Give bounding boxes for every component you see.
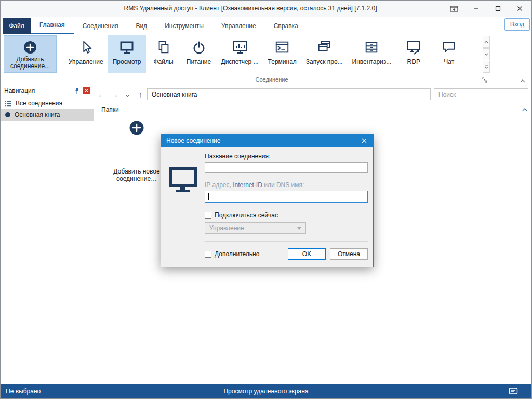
terminal-icon (274, 39, 290, 56)
group-divider (123, 110, 518, 110)
collapse-ribbon-icon[interactable] (520, 77, 525, 84)
tab-view[interactable]: Вид (127, 18, 156, 34)
ribbon-group-label: Соединение (62, 76, 482, 83)
monitor-icon (118, 39, 135, 56)
history-dropdown-icon[interactable] (121, 90, 134, 99)
sidebar-item-label: Основная книга (15, 111, 60, 118)
close-button[interactable] (509, 1, 530, 17)
dialog-body: Название соединения: IP адрес, Internet-… (161, 147, 373, 267)
group-collapse-icon[interactable] (522, 108, 527, 111)
chat-icon (441, 39, 457, 56)
tray-window-icon[interactable] (443, 1, 465, 17)
search-input[interactable] (434, 88, 528, 100)
ribbon-button-manage[interactable]: Управление (64, 35, 108, 73)
ribbon-scroll-down-icon[interactable] (483, 48, 490, 60)
status-bar: Не выбрано Просмотр удаленного экрана (1, 384, 531, 398)
back-icon[interactable]: ← (95, 90, 108, 99)
add-connection-tile[interactable]: Добавить новое соединение… (107, 115, 167, 182)
address-hint-suffix: или DNS имя: (262, 181, 304, 189)
ribbon-button-label: Запуск про... (306, 58, 343, 65)
navigation-panel-title: Навигация (4, 87, 74, 95)
power-icon (191, 39, 207, 56)
ribbon-scroll-up-icon[interactable] (483, 36, 490, 48)
dialog-title-bar[interactable]: Новое соединение (161, 135, 373, 147)
sidebar-item-all-connections[interactable]: Все соединения (1, 98, 94, 109)
ribbon-button-chat[interactable]: Чат (431, 35, 467, 73)
status-mode-text: Просмотр удаленного экрана (1, 384, 531, 398)
cancel-button[interactable]: Отмена (330, 248, 368, 260)
tab-home[interactable]: Главная (31, 17, 74, 34)
sidebar-item-main-book[interactable]: Основная книга (1, 109, 94, 121)
ribbon-buttons: Управление Просмотр Файлы (64, 35, 467, 73)
ribbon-button-power[interactable]: Питание (181, 35, 217, 73)
ribbon-button-task-manager[interactable]: Диспетчер ... (217, 35, 263, 73)
dialog-title: Новое соединение (166, 137, 221, 144)
ribbon-button-label: Питание (187, 58, 211, 65)
pin-icon[interactable] (74, 88, 80, 94)
minimize-button[interactable] (465, 1, 487, 17)
ribbon-button-label: Управление (69, 58, 103, 65)
address-hint-prefix: IP адрес, (205, 181, 233, 189)
up-icon[interactable]: ↑ (134, 90, 147, 99)
sidebar-item-label: Все соединения (16, 100, 62, 107)
maximize-button[interactable] (487, 1, 509, 17)
chevron-down-icon (297, 227, 301, 230)
ribbon-button-files[interactable]: Файлы (146, 35, 181, 73)
text-caret (208, 193, 209, 200)
connection-name-input[interactable] (205, 162, 368, 173)
add-connection-button[interactable]: Добавить соединение... (4, 35, 57, 73)
ribbon-button-run-program[interactable]: Запуск про... (301, 35, 348, 73)
tab-help[interactable]: Справка (265, 18, 307, 34)
connection-name-label: Название соединения: (205, 153, 368, 160)
connections-list-icon (5, 100, 12, 107)
login-button[interactable]: Вход (504, 18, 530, 31)
panel-close-icon[interactable] (83, 87, 90, 94)
ribbon-button-label: Файлы (153, 58, 173, 65)
advanced-checkbox[interactable] (205, 251, 211, 258)
address-hint-label: IP адрес, Internet-ID или DNS имя: (205, 181, 368, 189)
navigation-panel: Навигация Все соединения Основная книга (1, 84, 94, 384)
files-icon (156, 39, 171, 56)
ribbon-button-label: Диспетчер ... (221, 58, 259, 65)
ribbon-button-label: Чат (444, 58, 454, 65)
rdp-icon (405, 39, 422, 56)
tab-connections[interactable]: Соединения (74, 18, 127, 34)
internet-id-link[interactable]: Internet-ID (233, 181, 262, 189)
advanced-label: Дополнительно (215, 250, 259, 258)
dialog-separator (205, 241, 368, 242)
cursor-icon (78, 39, 94, 56)
tab-tools[interactable]: Инструменты (156, 18, 212, 34)
add-connection-tile-card (107, 115, 167, 168)
ribbon-button-rdp[interactable]: RDP (396, 35, 431, 73)
navigation-panel-header: Навигация (1, 84, 94, 98)
address-input[interactable] (147, 88, 431, 100)
window-controls (443, 1, 530, 17)
mode-select-value: Управление (209, 224, 244, 232)
ribbon-button-label: Инвентариз... (352, 58, 392, 65)
tab-management[interactable]: Управление (212, 18, 265, 34)
connect-now-checkbox[interactable] (205, 212, 211, 219)
connect-now-label: Подключиться сейчас (215, 211, 278, 219)
log-icon[interactable] (509, 387, 518, 397)
ribbon-button-view[interactable]: Просмотр (108, 35, 146, 73)
cascade-icon (316, 39, 332, 56)
dialog-launcher-icon[interactable] (482, 77, 488, 83)
dialog-close-icon[interactable] (355, 135, 373, 147)
ribbon-button-label: Терминал (268, 58, 297, 65)
ribbon-tab-bar: Файл Главная Соединения Вид Инструменты … (1, 17, 531, 34)
ribbon-button-terminal[interactable]: Терминал (263, 35, 301, 73)
connect-now-row: Подключиться сейчас (205, 211, 368, 219)
tab-file[interactable]: Файл (3, 18, 31, 34)
forward-icon[interactable]: → (108, 90, 121, 99)
ok-button[interactable]: OK (288, 248, 326, 260)
ribbon-more-icon[interactable] (483, 61, 490, 73)
task-manager-icon (232, 39, 248, 56)
book-circle-icon (5, 112, 11, 118)
dialog-footer: Дополнительно OK Отмена (205, 248, 368, 260)
plus-circle-icon (129, 120, 144, 136)
mode-select[interactable]: Управление (205, 222, 306, 234)
address-input-field[interactable] (205, 191, 368, 203)
ribbon-button-inventory[interactable]: Инвентариз... (348, 35, 396, 73)
plus-circle-icon (23, 41, 37, 54)
add-connection-label: Добавить соединение... (6, 56, 54, 70)
